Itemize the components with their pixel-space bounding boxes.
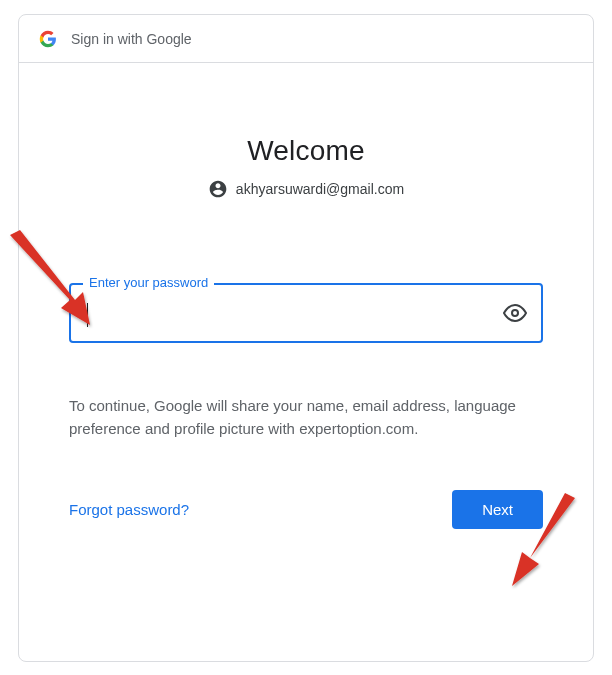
consent-text: To continue, Google will share your name… <box>69 395 543 440</box>
text-cursor <box>87 303 88 327</box>
card-header: Sign in with Google <box>19 15 593 63</box>
next-button[interactable]: Next <box>452 490 543 529</box>
password-field-container[interactable]: Enter your password <box>69 283 543 343</box>
header-title: Sign in with Google <box>71 31 192 47</box>
forgot-password-link[interactable]: Forgot password? <box>69 501 189 518</box>
content-area: Welcome akhyarsuwardi@gmail.com Enter yo… <box>19 135 593 529</box>
password-label: Enter your password <box>83 275 214 290</box>
account-email: akhyarsuwardi@gmail.com <box>236 181 404 197</box>
svg-point-0 <box>512 310 518 316</box>
welcome-heading: Welcome <box>69 135 543 167</box>
signin-card: Sign in with Google Welcome akhyarsuward… <box>18 14 594 662</box>
show-password-icon[interactable] <box>503 301 527 325</box>
action-row: Forgot password? Next <box>69 490 543 529</box>
password-input[interactable] <box>87 304 493 322</box>
google-logo-icon <box>39 30 57 48</box>
account-icon <box>208 179 228 199</box>
account-row[interactable]: akhyarsuwardi@gmail.com <box>69 179 543 199</box>
